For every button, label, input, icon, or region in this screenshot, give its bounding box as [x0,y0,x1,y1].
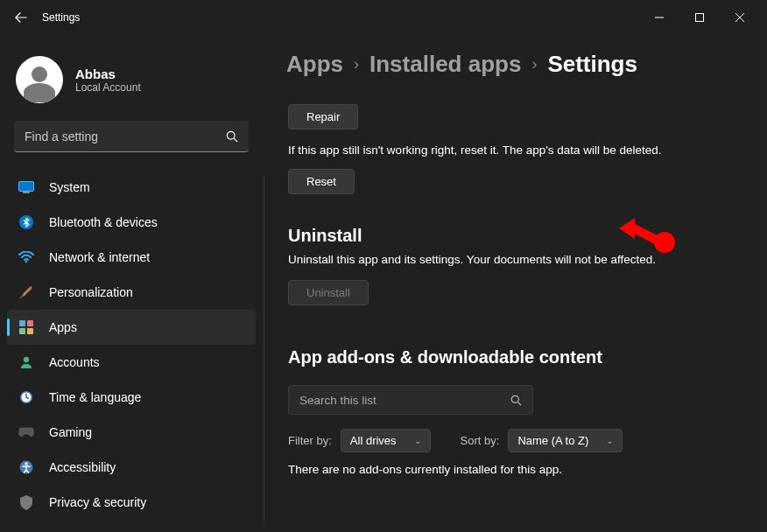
search-icon [510,395,522,406]
close-button[interactable] [720,4,760,32]
filter-dropdown[interactable]: All drives ⌄ [341,429,431,452]
avatar [16,56,63,103]
sidebar-item-label: Personalization [49,285,133,299]
breadcrumb-installed[interactable]: Installed apps [369,51,521,78]
bluetooth-icon [18,214,35,231]
sidebar-item-label: System [49,180,90,194]
chevron-down-icon: ⌄ [606,436,613,445]
search-box[interactable] [14,121,249,152]
user-name: Abbas [75,66,141,81]
sidebar-item-time[interactable]: Time & language [7,380,256,415]
sidebar-item-label: Time & language [49,390,141,404]
filter-value: All drives [350,434,397,447]
addons-heading: App add-ons & downloadable content [288,347,746,368]
sidebar-item-label: Gaming [49,425,92,439]
gamepad-icon [18,424,35,441]
svg-rect-9 [27,328,33,334]
svg-point-10 [24,357,29,362]
repair-button[interactable]: Repair [288,104,358,130]
sidebar-item-label: Network & internet [49,250,150,264]
sidebar-item-privacy[interactable]: Privacy & security [7,485,256,520]
breadcrumb-apps[interactable]: Apps [286,51,343,78]
sidebar-item-label: Bluetooth & devices [49,215,158,229]
svg-rect-7 [27,320,33,326]
chevron-down-icon: ⌄ [414,436,421,445]
svg-rect-2 [19,182,34,192]
maximize-icon [695,13,704,22]
sort-label: Sort by: [461,434,500,447]
search-input[interactable] [25,130,226,144]
svg-point-14 [25,462,27,465]
svg-rect-3 [23,192,30,193]
addons-search[interactable] [288,385,533,415]
main-panel: Apps › Installed apps › Settings Repair … [263,35,767,532]
user-type: Local Account [75,81,141,94]
uninstall-button: Uninstall [288,280,369,305]
sidebar-item-system[interactable]: System [7,170,256,205]
shield-icon [18,494,35,511]
minimize-button[interactable] [639,4,679,32]
wifi-icon [18,248,35,266]
sidebar: Abbas Local Account System Bluetooth & d… [0,35,263,532]
back-button[interactable] [7,4,35,32]
sort-value: Name (A to Z) [517,434,588,447]
sidebar-item-accessibility[interactable]: Accessibility [7,450,256,485]
sidebar-item-apps[interactable]: Apps [7,310,256,345]
svg-rect-8 [19,328,25,334]
minimize-icon [655,13,664,22]
window-title: Settings [42,11,80,24]
sidebar-item-label: Accounts [49,355,100,369]
arrow-left-icon [15,11,27,24]
svg-point-5 [25,261,28,263]
sidebar-item-gaming[interactable]: Gaming [7,415,256,450]
divider [264,175,264,523]
sidebar-item-label: Accessibility [49,460,116,474]
addons-empty-text: There are no add-ons currently installed… [288,463,746,476]
accessibility-icon [18,458,35,476]
titlebar: Settings [0,0,767,35]
person-icon [18,354,35,371]
sidebar-item-accounts[interactable]: Accounts [7,345,256,380]
page-title: Settings [547,51,637,78]
breadcrumb: Apps › Installed apps › Settings [286,51,746,78]
svg-point-1 [227,131,235,139]
sidebar-item-personalization[interactable]: Personalization [7,275,256,310]
addons-search-input[interactable] [299,394,510,407]
sort-dropdown[interactable]: Name (A to Z) ⌄ [508,429,623,452]
sidebar-item-bluetooth[interactable]: Bluetooth & devices [7,205,256,240]
close-icon [735,13,744,22]
clock-icon [18,388,35,406]
svg-rect-0 [696,14,704,22]
sidebar-item-network[interactable]: Network & internet [7,240,256,275]
sidebar-item-label: Privacy & security [49,495,146,509]
system-icon [18,178,35,196]
paintbrush-icon [18,284,35,301]
maximize-button[interactable] [679,4,720,32]
search-icon [226,130,238,143]
reset-button[interactable]: Reset [288,169,355,194]
chevron-right-icon: › [354,55,359,74]
svg-rect-6 [19,320,25,326]
chevron-right-icon: › [531,55,537,74]
uninstall-heading: Uninstall [288,226,746,246]
apps-icon [18,318,35,336]
uninstall-description: Uninstall this app and its settings. You… [288,253,746,266]
reset-description: If this app still isn't working right, r… [288,144,746,157]
sidebar-item-label: Apps [49,320,77,334]
user-block[interactable]: Abbas Local Account [4,42,259,121]
filter-label: Filter by: [288,434,332,447]
svg-point-15 [511,396,518,402]
